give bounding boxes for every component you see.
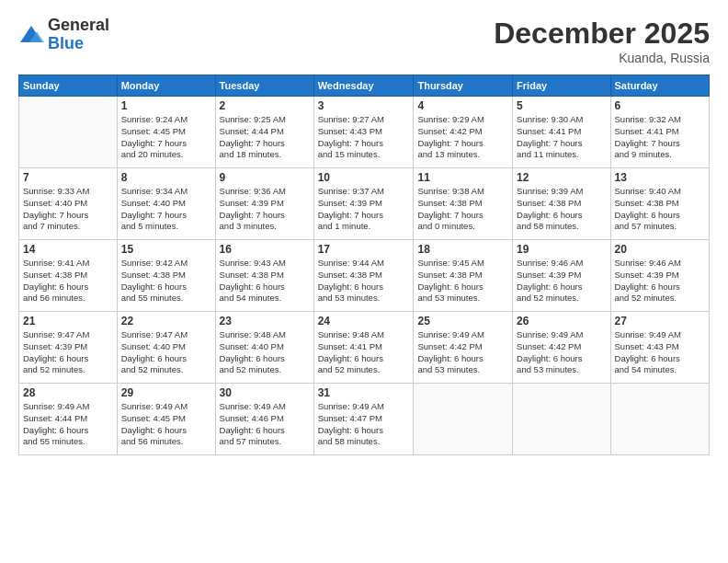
day-number: 24 [318,315,410,327]
calendar-cell: 31Sunrise: 9:49 AM Sunset: 4:47 PM Dayli… [313,384,414,455]
day-number: 30 [220,386,310,399]
calendar-header-monday: Monday [117,75,215,97]
day-number: 4 [417,99,508,112]
calendar-cell: 14Sunrise: 9:41 AM Sunset: 4:38 PM Dayli… [19,240,118,312]
day-number: 8 [121,171,211,184]
day-number: 29 [121,386,211,399]
day-number: 5 [517,99,606,112]
day-number: 16 [220,243,310,256]
calendar-header-sunday: Sunday [19,75,118,97]
day-number: 22 [121,315,211,327]
calendar-week-1: 1Sunrise: 9:24 AM Sunset: 4:45 PM Daylig… [19,97,710,168]
day-info: Sunrise: 9:49 AM Sunset: 4:46 PM Dayligh… [220,401,310,448]
day-number: 3 [318,99,410,112]
day-info: Sunrise: 9:27 AM Sunset: 4:43 PM Dayligh… [318,114,410,161]
calendar-cell: 16Sunrise: 9:43 AM Sunset: 4:38 PM Dayli… [215,240,313,312]
calendar-cell: 4Sunrise: 9:29 AM Sunset: 4:42 PM Daylig… [414,97,513,168]
day-info: Sunrise: 9:42 AM Sunset: 4:38 PM Dayligh… [121,258,211,304]
logo-blue: Blue [48,35,109,53]
day-info: Sunrise: 9:43 AM Sunset: 4:38 PM Dayligh… [220,258,310,304]
calendar-cell: 20Sunrise: 9:46 AM Sunset: 4:39 PM Dayli… [610,240,709,312]
day-number: 14 [23,243,113,256]
calendar-header-thursday: Thursday [414,75,513,97]
day-info: Sunrise: 9:44 AM Sunset: 4:38 PM Dayligh… [318,258,410,304]
day-info: Sunrise: 9:41 AM Sunset: 4:38 PM Dayligh… [23,258,113,304]
day-number: 25 [417,315,508,327]
day-number: 26 [517,315,606,327]
calendar-week-4: 21Sunrise: 9:47 AM Sunset: 4:39 PM Dayli… [19,312,710,384]
day-number: 21 [23,315,113,327]
day-info: Sunrise: 9:49 AM Sunset: 4:42 PM Dayligh… [417,329,508,376]
calendar-week-3: 14Sunrise: 9:41 AM Sunset: 4:38 PM Dayli… [19,240,710,312]
calendar-cell: 10Sunrise: 9:37 AM Sunset: 4:39 PM Dayli… [313,168,414,240]
day-info: Sunrise: 9:34 AM Sunset: 4:40 PM Dayligh… [121,186,211,233]
day-number: 9 [220,171,310,184]
calendar-cell: 21Sunrise: 9:47 AM Sunset: 4:39 PM Dayli… [19,312,118,384]
logo: General Blue [18,17,109,53]
day-number: 27 [615,315,705,327]
logo-general: General [48,17,109,35]
day-info: Sunrise: 9:30 AM Sunset: 4:41 PM Dayligh… [517,114,606,161]
day-number: 18 [417,243,508,256]
day-number: 7 [23,171,113,184]
calendar-header-row: SundayMondayTuesdayWednesdayThursdayFrid… [19,75,710,97]
day-info: Sunrise: 9:46 AM Sunset: 4:39 PM Dayligh… [517,258,606,304]
day-info: Sunrise: 9:49 AM Sunset: 4:45 PM Dayligh… [121,401,211,448]
day-info: Sunrise: 9:45 AM Sunset: 4:38 PM Dayligh… [417,258,508,304]
calendar-header-tuesday: Tuesday [215,75,313,97]
calendar-cell: 8Sunrise: 9:34 AM Sunset: 4:40 PM Daylig… [117,168,215,240]
calendar-week-5: 28Sunrise: 9:49 AM Sunset: 4:44 PM Dayli… [19,384,710,455]
calendar-cell: 1Sunrise: 9:24 AM Sunset: 4:45 PM Daylig… [117,97,215,168]
calendar-cell [414,384,513,455]
location: Kuanda, Russia [494,51,710,65]
calendar-cell: 30Sunrise: 9:49 AM Sunset: 4:46 PM Dayli… [215,384,313,455]
calendar-cell: 18Sunrise: 9:45 AM Sunset: 4:38 PM Dayli… [414,240,513,312]
day-info: Sunrise: 9:39 AM Sunset: 4:38 PM Dayligh… [517,186,606,233]
calendar-week-2: 7Sunrise: 9:33 AM Sunset: 4:40 PM Daylig… [19,168,710,240]
day-info: Sunrise: 9:24 AM Sunset: 4:45 PM Dayligh… [121,114,211,161]
day-info: Sunrise: 9:38 AM Sunset: 4:38 PM Dayligh… [417,186,508,233]
day-info: Sunrise: 9:48 AM Sunset: 4:41 PM Dayligh… [318,329,410,376]
calendar-cell: 9Sunrise: 9:36 AM Sunset: 4:39 PM Daylig… [215,168,313,240]
logo-text: General Blue [48,17,109,53]
day-info: Sunrise: 9:32 AM Sunset: 4:41 PM Dayligh… [615,114,705,161]
day-info: Sunrise: 9:37 AM Sunset: 4:39 PM Dayligh… [318,186,410,233]
header: General Blue December 2025 Kuanda, Russi… [18,17,710,65]
calendar-cell: 24Sunrise: 9:48 AM Sunset: 4:41 PM Dayli… [313,312,414,384]
day-info: Sunrise: 9:47 AM Sunset: 4:39 PM Dayligh… [23,329,113,376]
page: General Blue December 2025 Kuanda, Russi… [0,0,728,563]
calendar-cell: 3Sunrise: 9:27 AM Sunset: 4:43 PM Daylig… [313,97,414,168]
day-number: 23 [220,315,310,327]
calendar-cell: 26Sunrise: 9:49 AM Sunset: 4:42 PM Dayli… [513,312,610,384]
day-number: 17 [318,243,410,256]
day-number: 12 [517,171,606,184]
title-block: December 2025 Kuanda, Russia [494,17,710,65]
calendar-cell: 12Sunrise: 9:39 AM Sunset: 4:38 PM Dayli… [513,168,610,240]
day-number: 19 [517,243,606,256]
calendar-cell: 6Sunrise: 9:32 AM Sunset: 4:41 PM Daylig… [610,97,709,168]
day-number: 2 [220,99,310,112]
calendar-cell: 11Sunrise: 9:38 AM Sunset: 4:38 PM Dayli… [414,168,513,240]
day-info: Sunrise: 9:48 AM Sunset: 4:40 PM Dayligh… [220,329,310,376]
day-number: 1 [121,99,211,112]
calendar-cell: 19Sunrise: 9:46 AM Sunset: 4:39 PM Dayli… [513,240,610,312]
day-number: 20 [615,243,705,256]
day-number: 11 [417,171,508,184]
calendar-cell: 29Sunrise: 9:49 AM Sunset: 4:45 PM Dayli… [117,384,215,455]
day-info: Sunrise: 9:49 AM Sunset: 4:43 PM Dayligh… [615,329,705,376]
calendar-cell: 23Sunrise: 9:48 AM Sunset: 4:40 PM Dayli… [215,312,313,384]
day-number: 6 [615,99,705,112]
day-info: Sunrise: 9:40 AM Sunset: 4:38 PM Dayligh… [615,186,705,233]
day-number: 15 [121,243,211,256]
calendar-header-wednesday: Wednesday [313,75,414,97]
logo-icon [18,22,44,48]
day-info: Sunrise: 9:47 AM Sunset: 4:40 PM Dayligh… [121,329,211,376]
month-title: December 2025 [494,17,710,51]
day-number: 28 [23,386,113,399]
calendar-header-saturday: Saturday [610,75,709,97]
day-info: Sunrise: 9:49 AM Sunset: 4:47 PM Dayligh… [318,401,410,448]
day-info: Sunrise: 9:33 AM Sunset: 4:40 PM Dayligh… [23,186,113,233]
day-number: 13 [615,171,705,184]
day-number: 31 [318,386,410,399]
day-info: Sunrise: 9:46 AM Sunset: 4:39 PM Dayligh… [615,258,705,304]
